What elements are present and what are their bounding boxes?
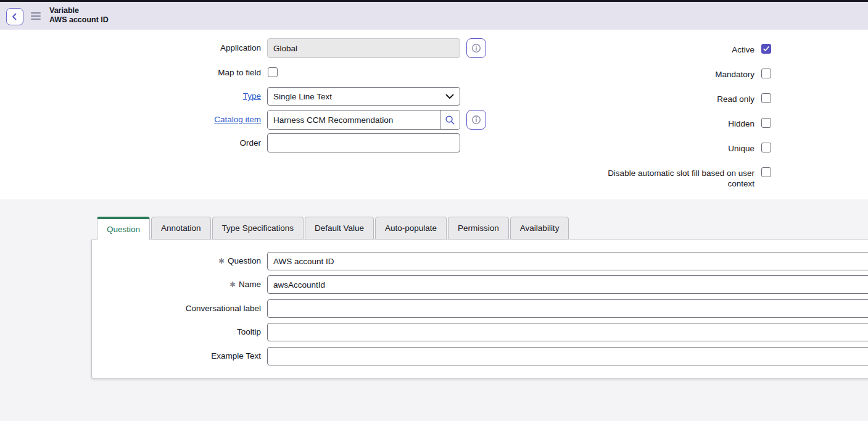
map-to-field-checkbox[interactable] xyxy=(268,67,278,77)
search-icon xyxy=(445,115,455,125)
active-checkbox[interactable] xyxy=(761,44,771,54)
application-info-button[interactable] xyxy=(466,38,486,58)
mandatory-indicator-icon: ✱ xyxy=(229,280,236,289)
conversational-label-label: Conversational label xyxy=(62,299,261,318)
disable-slot-fill-checkbox[interactable] xyxy=(761,167,771,177)
back-button[interactable] xyxy=(6,8,23,25)
info-icon xyxy=(471,43,482,54)
catalog-item-label-link[interactable]: Catalog item xyxy=(62,110,261,130)
mandatory-label: Mandatory xyxy=(715,69,754,80)
unique-row: Unique xyxy=(555,143,771,154)
record-header: Variable AWS account ID xyxy=(0,2,868,30)
tab-annotation[interactable]: Annotation xyxy=(151,217,211,240)
question-label: ✱Question xyxy=(62,252,261,270)
application-label: Application xyxy=(62,38,261,58)
name-field[interactable] xyxy=(267,275,868,294)
tab-type-specifications[interactable]: Type Specifications xyxy=(212,217,304,240)
type-label-link[interactable]: Type xyxy=(62,87,261,106)
chevron-left-icon xyxy=(10,12,19,21)
application-field[interactable] xyxy=(267,38,460,58)
tab-permission[interactable]: Permission xyxy=(448,217,509,240)
chevron-down-icon xyxy=(445,94,454,99)
example-text-field[interactable] xyxy=(267,347,868,365)
record-name-label: AWS account ID xyxy=(49,15,109,25)
read-only-label: Read only xyxy=(717,93,754,104)
tab-question[interactable]: Question xyxy=(97,217,150,240)
record-type-label: Variable xyxy=(49,6,109,15)
hamburger-menu-icon[interactable] xyxy=(31,12,41,20)
conversational-label-field[interactable] xyxy=(267,299,868,318)
name-label: ✱Name xyxy=(62,275,261,294)
unique-checkbox[interactable] xyxy=(761,143,771,152)
unique-label: Unique xyxy=(728,143,754,154)
read-only-row: Read only xyxy=(555,93,771,104)
hidden-label: Hidden xyxy=(728,118,754,129)
read-only-checkbox[interactable] xyxy=(761,93,771,103)
mandatory-row: Mandatory xyxy=(555,69,771,80)
record-title: Variable AWS account ID xyxy=(49,6,109,25)
mandatory-checkbox[interactable] xyxy=(761,69,771,78)
disable-slot-fill-label: Disable automatic slot fill based on use… xyxy=(603,167,754,189)
catalog-item-lookup-button[interactable] xyxy=(440,110,460,129)
order-field[interactable] xyxy=(267,133,460,152)
hidden-checkbox[interactable] xyxy=(761,118,771,128)
catalog-item-reference-field xyxy=(267,110,460,130)
form-tabs: Question Annotation Type Specifications … xyxy=(97,217,569,240)
type-select-value: Single Line Text xyxy=(273,92,332,101)
tooltip-field[interactable] xyxy=(267,323,868,341)
active-row: Active xyxy=(555,44,771,55)
active-label: Active xyxy=(732,44,754,55)
order-label: Order xyxy=(62,133,261,152)
question-field[interactable] xyxy=(267,252,868,270)
info-icon xyxy=(471,114,482,125)
disable-slot-fill-row: Disable automatic slot fill based on use… xyxy=(555,167,771,189)
catalog-item-info-button[interactable] xyxy=(466,110,486,130)
tooltip-label: Tooltip xyxy=(62,323,261,341)
hidden-row: Hidden xyxy=(555,118,771,129)
mandatory-indicator-icon: ✱ xyxy=(218,257,225,265)
map-to-field-label: Map to field xyxy=(62,67,261,78)
tab-auto-populate[interactable]: Auto-populate xyxy=(375,217,447,240)
tab-availability[interactable]: Availability xyxy=(510,217,569,240)
catalog-item-input[interactable] xyxy=(268,110,440,129)
example-text-label: Example Text xyxy=(62,347,261,365)
tab-default-value[interactable]: Default Value xyxy=(305,217,374,240)
variable-record-screen: Variable AWS account ID Application Map … xyxy=(0,0,868,421)
type-select[interactable]: Single Line Text xyxy=(267,87,460,106)
